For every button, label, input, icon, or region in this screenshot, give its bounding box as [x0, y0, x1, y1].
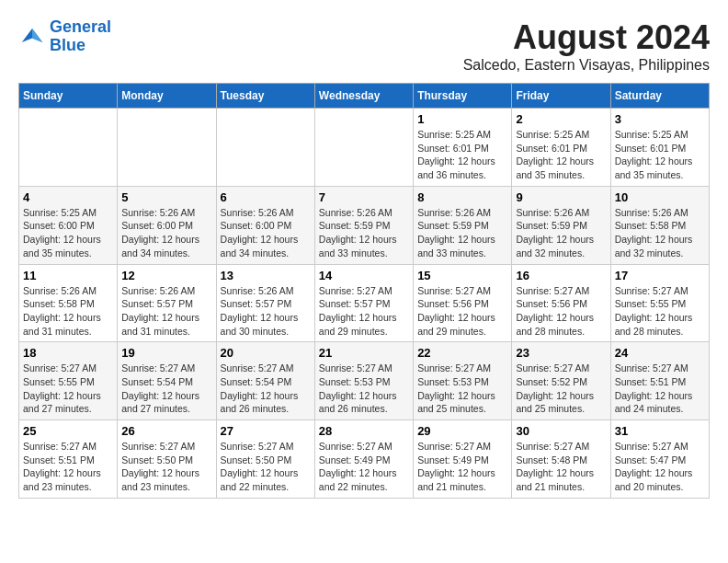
day-info: Sunrise: 5:27 AM Sunset: 5:51 PM Dayligh… — [23, 440, 113, 494]
day-info: Sunrise: 5:26 AM Sunset: 5:58 PM Dayligh… — [23, 284, 113, 339]
day-info: Sunrise: 5:27 AM Sunset: 5:55 PM Dayligh… — [615, 284, 705, 339]
calendar-cell: 3Sunrise: 5:25 AM Sunset: 6:01 PM Daylig… — [610, 109, 709, 187]
calendar-cell: 17Sunrise: 5:27 AM Sunset: 5:55 PM Dayli… — [610, 264, 709, 342]
header-thursday: Thursday — [414, 84, 512, 109]
day-info: Sunrise: 5:26 AM Sunset: 6:00 PM Dayligh… — [221, 206, 311, 260]
calendar-cell: 2Sunrise: 5:25 AM Sunset: 6:01 PM Daylig… — [512, 109, 610, 187]
day-info: Sunrise: 5:27 AM Sunset: 5:54 PM Dayligh… — [221, 362, 311, 416]
day-number: 18 — [23, 346, 113, 360]
day-number: 24 — [615, 346, 705, 360]
calendar-cell: 15Sunrise: 5:27 AM Sunset: 5:56 PM Dayli… — [414, 264, 512, 342]
calendar-cell: 27Sunrise: 5:27 AM Sunset: 5:50 PM Dayli… — [216, 420, 314, 499]
day-info: Sunrise: 5:27 AM Sunset: 5:53 PM Dayligh… — [417, 362, 507, 416]
day-info: Sunrise: 5:27 AM Sunset: 5:56 PM Dayligh… — [516, 284, 606, 339]
day-number: 28 — [319, 424, 409, 438]
calendar-header: SundayMondayTuesdayWednesdayThursdayFrid… — [19, 84, 710, 109]
day-number: 10 — [615, 190, 705, 204]
week-row-0: 1Sunrise: 5:25 AM Sunset: 6:01 PM Daylig… — [19, 109, 710, 187]
header-friday: Friday — [512, 84, 610, 109]
day-info: Sunrise: 5:27 AM Sunset: 5:53 PM Dayligh… — [319, 362, 409, 416]
week-row-3: 18Sunrise: 5:27 AM Sunset: 5:55 PM Dayli… — [19, 342, 710, 420]
calendar-cell: 20Sunrise: 5:27 AM Sunset: 5:54 PM Dayli… — [216, 342, 314, 420]
day-info: Sunrise: 5:26 AM Sunset: 5:57 PM Dayligh… — [221, 284, 311, 339]
day-info: Sunrise: 5:26 AM Sunset: 5:59 PM Dayligh… — [417, 206, 507, 260]
day-info: Sunrise: 5:25 AM Sunset: 6:00 PM Dayligh… — [23, 206, 113, 260]
day-info: Sunrise: 5:25 AM Sunset: 6:01 PM Dayligh… — [615, 128, 705, 182]
calendar-body: 1Sunrise: 5:25 AM Sunset: 6:01 PM Daylig… — [19, 109, 710, 499]
calendar-cell — [118, 109, 216, 187]
day-number: 17 — [615, 269, 705, 282]
day-info: Sunrise: 5:25 AM Sunset: 6:01 PM Dayligh… — [417, 128, 507, 182]
page-subtitle: Salcedo, Eastern Visayas, Philippines — [463, 57, 710, 74]
calendar-cell: 6Sunrise: 5:26 AM Sunset: 6:00 PM Daylig… — [216, 186, 314, 264]
calendar-cell — [216, 109, 314, 187]
day-number: 25 — [23, 424, 113, 438]
day-number: 26 — [121, 424, 211, 438]
day-number: 8 — [417, 190, 507, 204]
calendar-cell — [19, 109, 118, 187]
calendar-cell: 21Sunrise: 5:27 AM Sunset: 5:53 PM Dayli… — [314, 342, 413, 420]
calendar-cell: 11Sunrise: 5:26 AM Sunset: 5:58 PM Dayli… — [19, 264, 118, 342]
calendar-cell: 9Sunrise: 5:26 AM Sunset: 5:59 PM Daylig… — [512, 186, 610, 264]
day-info: Sunrise: 5:27 AM Sunset: 5:47 PM Dayligh… — [615, 440, 705, 494]
logo: General Blue — [18, 18, 111, 55]
day-info: Sunrise: 5:27 AM Sunset: 5:49 PM Dayligh… — [417, 440, 507, 494]
logo-text: General Blue — [50, 18, 111, 55]
calendar-cell: 30Sunrise: 5:27 AM Sunset: 5:48 PM Dayli… — [512, 420, 610, 499]
page-header: General Blue August 2024 Salcedo, Easter… — [18, 18, 710, 74]
calendar-cell: 26Sunrise: 5:27 AM Sunset: 5:50 PM Dayli… — [118, 420, 216, 499]
day-info: Sunrise: 5:27 AM Sunset: 5:49 PM Dayligh… — [319, 440, 409, 494]
calendar-cell: 31Sunrise: 5:27 AM Sunset: 5:47 PM Dayli… — [610, 420, 709, 499]
calendar-cell: 4Sunrise: 5:25 AM Sunset: 6:00 PM Daylig… — [19, 186, 118, 264]
header-wednesday: Wednesday — [314, 84, 413, 109]
day-number: 21 — [319, 346, 409, 360]
day-number: 13 — [221, 269, 311, 282]
header-row: SundayMondayTuesdayWednesdayThursdayFrid… — [19, 84, 710, 109]
calendar-cell: 22Sunrise: 5:27 AM Sunset: 5:53 PM Dayli… — [414, 342, 512, 420]
day-info: Sunrise: 5:27 AM Sunset: 5:51 PM Dayligh… — [615, 362, 705, 416]
calendar-table: SundayMondayTuesdayWednesdayThursdayFrid… — [18, 83, 710, 499]
day-number: 15 — [417, 269, 507, 282]
header-tuesday: Tuesday — [216, 84, 314, 109]
day-info: Sunrise: 5:27 AM Sunset: 5:57 PM Dayligh… — [319, 284, 409, 339]
week-row-2: 11Sunrise: 5:26 AM Sunset: 5:58 PM Dayli… — [19, 264, 710, 342]
day-number: 11 — [23, 269, 113, 282]
day-number: 23 — [516, 346, 606, 360]
day-number: 3 — [615, 112, 705, 126]
week-row-4: 25Sunrise: 5:27 AM Sunset: 5:51 PM Dayli… — [19, 420, 710, 499]
day-number: 22 — [417, 346, 507, 360]
calendar-cell: 10Sunrise: 5:26 AM Sunset: 5:58 PM Dayli… — [610, 186, 709, 264]
header-saturday: Saturday — [610, 84, 709, 109]
day-number: 31 — [615, 424, 705, 438]
calendar-cell: 1Sunrise: 5:25 AM Sunset: 6:01 PM Daylig… — [414, 109, 512, 187]
day-number: 20 — [221, 346, 311, 360]
day-number: 12 — [121, 269, 211, 282]
day-info: Sunrise: 5:27 AM Sunset: 5:54 PM Dayligh… — [121, 362, 211, 416]
day-number: 5 — [121, 190, 211, 204]
calendar-cell: 7Sunrise: 5:26 AM Sunset: 5:59 PM Daylig… — [314, 186, 413, 264]
day-number: 29 — [417, 424, 507, 438]
calendar-cell: 18Sunrise: 5:27 AM Sunset: 5:55 PM Dayli… — [19, 342, 118, 420]
day-info: Sunrise: 5:27 AM Sunset: 5:55 PM Dayligh… — [23, 362, 113, 416]
day-number: 2 — [516, 112, 606, 126]
calendar-cell: 12Sunrise: 5:26 AM Sunset: 5:57 PM Dayli… — [118, 264, 216, 342]
day-info: Sunrise: 5:27 AM Sunset: 5:52 PM Dayligh… — [516, 362, 606, 416]
day-number: 1 — [417, 112, 507, 126]
calendar-cell: 16Sunrise: 5:27 AM Sunset: 5:56 PM Dayli… — [512, 264, 610, 342]
logo-line1: General — [50, 17, 111, 36]
day-number: 14 — [319, 269, 409, 282]
day-number: 9 — [516, 190, 606, 204]
logo-icon — [18, 23, 46, 51]
calendar-cell: 14Sunrise: 5:27 AM Sunset: 5:57 PM Dayli… — [314, 264, 413, 342]
day-info: Sunrise: 5:26 AM Sunset: 5:59 PM Dayligh… — [319, 206, 409, 260]
svg-marker-1 — [32, 29, 42, 42]
day-info: Sunrise: 5:27 AM Sunset: 5:48 PM Dayligh… — [516, 440, 606, 494]
title-block: August 2024 Salcedo, Eastern Visayas, Ph… — [463, 18, 710, 74]
day-number: 6 — [221, 190, 311, 204]
week-row-1: 4Sunrise: 5:25 AM Sunset: 6:00 PM Daylig… — [19, 186, 710, 264]
day-info: Sunrise: 5:26 AM Sunset: 5:58 PM Dayligh… — [615, 206, 705, 260]
day-number: 27 — [221, 424, 311, 438]
header-monday: Monday — [118, 84, 216, 109]
day-info: Sunrise: 5:27 AM Sunset: 5:50 PM Dayligh… — [221, 440, 311, 494]
logo-line2: Blue — [50, 36, 85, 54]
